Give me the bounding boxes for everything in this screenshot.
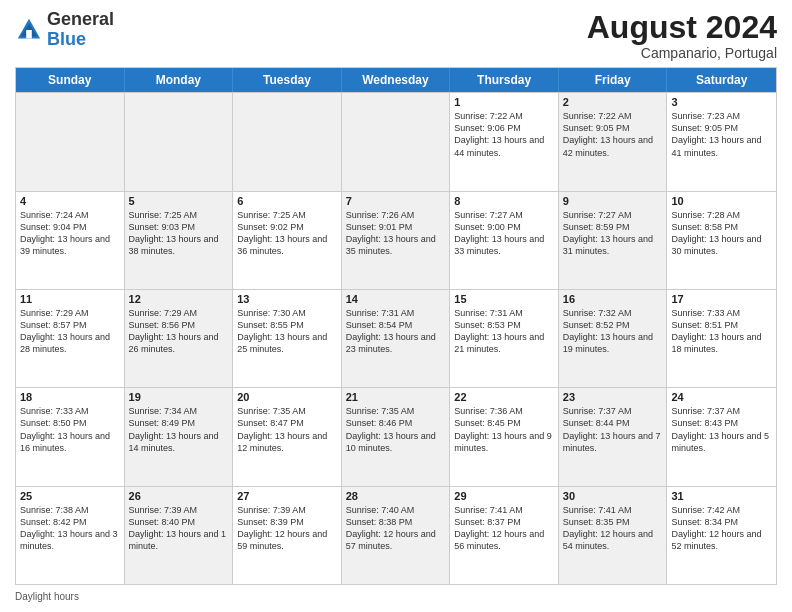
- calendar-week-row: 25Sunrise: 7:38 AM Sunset: 8:42 PM Dayli…: [16, 486, 776, 584]
- calendar-cell: 3Sunrise: 7:23 AM Sunset: 9:05 PM Daylig…: [667, 93, 776, 190]
- day-number: 21: [346, 391, 446, 403]
- day-of-week-header: Thursday: [450, 68, 559, 92]
- day-number: 4: [20, 195, 120, 207]
- calendar-cell: [233, 93, 342, 190]
- day-number: 6: [237, 195, 337, 207]
- calendar-cell: 9Sunrise: 7:27 AM Sunset: 8:59 PM Daylig…: [559, 192, 668, 289]
- cell-info: Sunrise: 7:39 AM Sunset: 8:39 PM Dayligh…: [237, 504, 337, 553]
- calendar-cell: 19Sunrise: 7:34 AM Sunset: 8:49 PM Dayli…: [125, 388, 234, 485]
- day-number: 17: [671, 293, 772, 305]
- calendar-cell: 11Sunrise: 7:29 AM Sunset: 8:57 PM Dayli…: [16, 290, 125, 387]
- calendar-cell: 28Sunrise: 7:40 AM Sunset: 8:38 PM Dayli…: [342, 487, 451, 584]
- calendar-week-row: 18Sunrise: 7:33 AM Sunset: 8:50 PM Dayli…: [16, 387, 776, 485]
- cell-info: Sunrise: 7:30 AM Sunset: 8:55 PM Dayligh…: [237, 307, 337, 356]
- location: Campanario, Portugal: [587, 45, 777, 61]
- cell-info: Sunrise: 7:28 AM Sunset: 8:58 PM Dayligh…: [671, 209, 772, 258]
- calendar-cell: 18Sunrise: 7:33 AM Sunset: 8:50 PM Dayli…: [16, 388, 125, 485]
- day-number: 23: [563, 391, 663, 403]
- day-number: 28: [346, 490, 446, 502]
- calendar: SundayMondayTuesdayWednesdayThursdayFrid…: [15, 67, 777, 585]
- cell-info: Sunrise: 7:39 AM Sunset: 8:40 PM Dayligh…: [129, 504, 229, 553]
- calendar-cell: 24Sunrise: 7:37 AM Sunset: 8:43 PM Dayli…: [667, 388, 776, 485]
- calendar-cell: 14Sunrise: 7:31 AM Sunset: 8:54 PM Dayli…: [342, 290, 451, 387]
- cell-info: Sunrise: 7:38 AM Sunset: 8:42 PM Dayligh…: [20, 504, 120, 553]
- calendar-cell: [16, 93, 125, 190]
- logo-icon: [15, 16, 43, 44]
- daylight-label: Daylight hours: [15, 591, 79, 602]
- day-number: 18: [20, 391, 120, 403]
- day-number: 26: [129, 490, 229, 502]
- day-number: 25: [20, 490, 120, 502]
- calendar-cell: [342, 93, 451, 190]
- calendar-cell: 27Sunrise: 7:39 AM Sunset: 8:39 PM Dayli…: [233, 487, 342, 584]
- calendar-week-row: 4Sunrise: 7:24 AM Sunset: 9:04 PM Daylig…: [16, 191, 776, 289]
- day-number: 31: [671, 490, 772, 502]
- calendar-cell: 4Sunrise: 7:24 AM Sunset: 9:04 PM Daylig…: [16, 192, 125, 289]
- day-number: 9: [563, 195, 663, 207]
- calendar-cell: 12Sunrise: 7:29 AM Sunset: 8:56 PM Dayli…: [125, 290, 234, 387]
- day-number: 5: [129, 195, 229, 207]
- calendar-cell: 5Sunrise: 7:25 AM Sunset: 9:03 PM Daylig…: [125, 192, 234, 289]
- page: General Blue August 2024 Campanario, Por…: [0, 0, 792, 612]
- calendar-cell: 1Sunrise: 7:22 AM Sunset: 9:06 PM Daylig…: [450, 93, 559, 190]
- day-number: 11: [20, 293, 120, 305]
- cell-info: Sunrise: 7:32 AM Sunset: 8:52 PM Dayligh…: [563, 307, 663, 356]
- cell-info: Sunrise: 7:36 AM Sunset: 8:45 PM Dayligh…: [454, 405, 554, 454]
- day-number: 12: [129, 293, 229, 305]
- calendar-week-row: 11Sunrise: 7:29 AM Sunset: 8:57 PM Dayli…: [16, 289, 776, 387]
- day-number: 8: [454, 195, 554, 207]
- cell-info: Sunrise: 7:33 AM Sunset: 8:50 PM Dayligh…: [20, 405, 120, 454]
- day-number: 19: [129, 391, 229, 403]
- cell-info: Sunrise: 7:29 AM Sunset: 8:56 PM Dayligh…: [129, 307, 229, 356]
- footer: Daylight hours: [15, 591, 777, 602]
- day-number: 2: [563, 96, 663, 108]
- calendar-body: 1Sunrise: 7:22 AM Sunset: 9:06 PM Daylig…: [16, 92, 776, 584]
- calendar-cell: 30Sunrise: 7:41 AM Sunset: 8:35 PM Dayli…: [559, 487, 668, 584]
- cell-info: Sunrise: 7:31 AM Sunset: 8:53 PM Dayligh…: [454, 307, 554, 356]
- calendar-cell: 15Sunrise: 7:31 AM Sunset: 8:53 PM Dayli…: [450, 290, 559, 387]
- logo-text: General Blue: [47, 10, 114, 50]
- svg-rect-2: [26, 30, 32, 38]
- cell-info: Sunrise: 7:41 AM Sunset: 8:35 PM Dayligh…: [563, 504, 663, 553]
- day-number: 3: [671, 96, 772, 108]
- calendar-cell: 7Sunrise: 7:26 AM Sunset: 9:01 PM Daylig…: [342, 192, 451, 289]
- calendar-cell: 25Sunrise: 7:38 AM Sunset: 8:42 PM Dayli…: [16, 487, 125, 584]
- header: General Blue August 2024 Campanario, Por…: [15, 10, 777, 61]
- day-number: 7: [346, 195, 446, 207]
- calendar-cell: 16Sunrise: 7:32 AM Sunset: 8:52 PM Dayli…: [559, 290, 668, 387]
- cell-info: Sunrise: 7:31 AM Sunset: 8:54 PM Dayligh…: [346, 307, 446, 356]
- cell-info: Sunrise: 7:25 AM Sunset: 9:02 PM Dayligh…: [237, 209, 337, 258]
- calendar-cell: 29Sunrise: 7:41 AM Sunset: 8:37 PM Dayli…: [450, 487, 559, 584]
- day-number: 27: [237, 490, 337, 502]
- calendar-header: SundayMondayTuesdayWednesdayThursdayFrid…: [16, 68, 776, 92]
- cell-info: Sunrise: 7:33 AM Sunset: 8:51 PM Dayligh…: [671, 307, 772, 356]
- day-number: 13: [237, 293, 337, 305]
- calendar-cell: 20Sunrise: 7:35 AM Sunset: 8:47 PM Dayli…: [233, 388, 342, 485]
- cell-info: Sunrise: 7:42 AM Sunset: 8:34 PM Dayligh…: [671, 504, 772, 553]
- day-number: 29: [454, 490, 554, 502]
- title-block: August 2024 Campanario, Portugal: [587, 10, 777, 61]
- calendar-cell: 31Sunrise: 7:42 AM Sunset: 8:34 PM Dayli…: [667, 487, 776, 584]
- calendar-cell: 26Sunrise: 7:39 AM Sunset: 8:40 PM Dayli…: [125, 487, 234, 584]
- day-number: 10: [671, 195, 772, 207]
- day-number: 20: [237, 391, 337, 403]
- calendar-cell: 8Sunrise: 7:27 AM Sunset: 9:00 PM Daylig…: [450, 192, 559, 289]
- day-of-week-header: Friday: [559, 68, 668, 92]
- day-of-week-header: Tuesday: [233, 68, 342, 92]
- calendar-cell: [125, 93, 234, 190]
- cell-info: Sunrise: 7:22 AM Sunset: 9:05 PM Dayligh…: [563, 110, 663, 159]
- calendar-week-row: 1Sunrise: 7:22 AM Sunset: 9:06 PM Daylig…: [16, 92, 776, 190]
- cell-info: Sunrise: 7:27 AM Sunset: 8:59 PM Dayligh…: [563, 209, 663, 258]
- calendar-cell: 10Sunrise: 7:28 AM Sunset: 8:58 PM Dayli…: [667, 192, 776, 289]
- day-number: 15: [454, 293, 554, 305]
- cell-info: Sunrise: 7:35 AM Sunset: 8:46 PM Dayligh…: [346, 405, 446, 454]
- day-of-week-header: Sunday: [16, 68, 125, 92]
- calendar-cell: 21Sunrise: 7:35 AM Sunset: 8:46 PM Dayli…: [342, 388, 451, 485]
- cell-info: Sunrise: 7:24 AM Sunset: 9:04 PM Dayligh…: [20, 209, 120, 258]
- month-year: August 2024: [587, 10, 777, 45]
- logo: General Blue: [15, 10, 114, 50]
- cell-info: Sunrise: 7:23 AM Sunset: 9:05 PM Dayligh…: [671, 110, 772, 159]
- day-number: 24: [671, 391, 772, 403]
- calendar-cell: 2Sunrise: 7:22 AM Sunset: 9:05 PM Daylig…: [559, 93, 668, 190]
- day-number: 30: [563, 490, 663, 502]
